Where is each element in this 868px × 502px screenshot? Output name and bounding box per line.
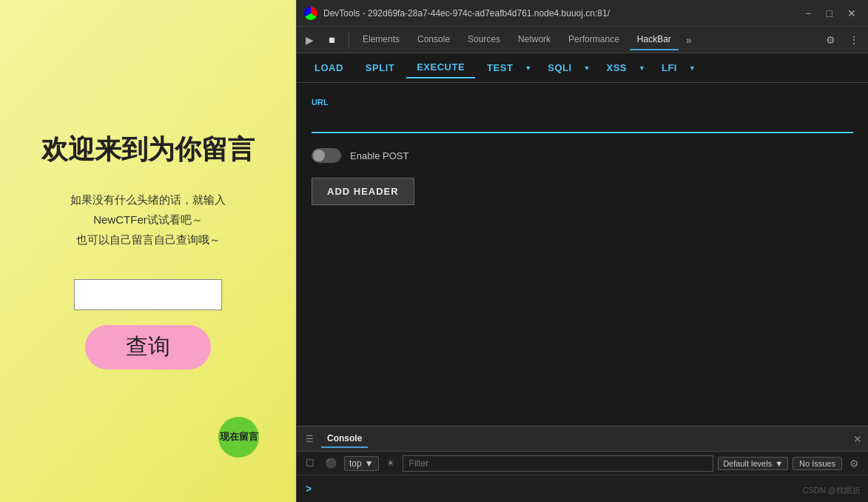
hackbar-split[interactable]: SPLIT [355,58,405,78]
more-options-icon[interactable]: ⋮ [844,31,864,49]
chrome-icon [304,7,317,20]
watermark: CSDN @枕眠折 [803,485,861,496]
console-settings-icon[interactable]: ⚙ [847,456,862,471]
search-input[interactable]: NewCTFer [74,279,222,310]
console-panel: ☰ Console ✕ ☐ ⚫ top ▼ ☀ Default levels ▼… [297,426,868,502]
hackbar-execute[interactable]: EXECUTE [406,57,475,78]
default-levels-dropdown[interactable]: Default levels ▼ [718,457,788,470]
eye-icon[interactable]: ☀ [383,456,398,470]
url-input[interactable]: http://292d69fa-28a7-44ec-974c-ad7eafb4d… [312,111,853,133]
tab-sources[interactable]: Sources [460,30,508,50]
hackbar-test[interactable]: TEST [477,58,523,78]
select-element-icon[interactable]: ▶ [301,31,318,49]
devtools-titlebar: DevTools - 292d69fa-28a7-44ec-974c-ad7ea… [297,0,868,27]
hackbar-sqli[interactable]: SQLI [537,58,582,78]
default-levels-arrow: ▼ [775,459,783,468]
hackbar-content: URL http://292d69fa-28a7-44ec-974c-ad7ea… [297,83,868,426]
block-requests-icon[interactable]: ⚫ [322,456,340,470]
default-levels-label: Default levels [723,459,772,468]
device-toolbar-icon[interactable]: ◽ [321,31,343,49]
hackbar-test-dropdown[interactable]: ▼ [525,60,536,76]
console-tab[interactable]: Console [321,430,368,448]
devtools-title: DevTools - 292d69fa-28a7-44ec-974c-ad7ea… [323,8,795,19]
hackbar-tabs: LOAD SPLIT EXECUTE TEST ▼ SQLI ▼ XSS ▼ L… [297,53,868,83]
hackbar-xss[interactable]: XSS [596,58,638,78]
hackbar-lfi-dropdown[interactable]: ▼ [689,60,700,76]
tab-hackbar[interactable]: HackBar [630,30,679,50]
close-button[interactable]: ✕ [843,6,861,21]
top-dropdown-arrow: ▼ [365,458,374,469]
tab-console[interactable]: Console [410,30,457,50]
page-subtitle: 如果没有什么头绪的话，就输入 NewCTFer试试看吧～ 也可以自己留言自己查询… [70,190,226,250]
devtools-main-toolbar: ▶ ◽ Elements Console Sources Network Per… [297,27,868,53]
console-toolbar: ☐ ⚫ top ▼ ☀ Default levels ▼ No Issues ⚙ [297,452,868,475]
hackbar-lfi[interactable]: LFI [651,58,687,78]
top-dropdown[interactable]: top ▼ [344,456,379,471]
enable-post-toggle[interactable] [312,148,341,163]
minimize-button[interactable]: − [801,6,815,21]
clear-console-icon[interactable]: ☐ [303,456,317,470]
more-tabs-button[interactable]: » [682,31,696,49]
url-label: URL [312,98,853,107]
tab-network[interactable]: Network [511,30,558,50]
filter-input[interactable] [403,455,714,472]
top-label: top [349,458,362,469]
console-drag-icon[interactable]: ☰ [303,432,317,446]
toolbar-separator [349,33,349,47]
hackbar-load[interactable]: LOAD [304,58,354,78]
maximize-button[interactable]: □ [822,6,837,21]
enable-post-row: Enable POST [312,148,853,163]
add-header-button[interactable]: ADD HEADER [312,178,414,205]
console-body: > [297,475,868,502]
console-prompt: > [306,483,312,495]
tab-performance[interactable]: Performance [561,30,627,50]
now-badge: 现在 留言 [218,417,259,458]
url-section: URL http://292d69fa-28a7-44ec-974c-ad7ea… [312,98,853,133]
console-header: ☰ Console ✕ [297,426,868,452]
settings-icon[interactable]: ⚙ [821,31,840,49]
toolbar-right-actions: ⚙ ⋮ [821,31,864,49]
web-panel: 欢迎来到为你留言 如果没有什么头绪的话，就输入 NewCTFer试试看吧～ 也可… [0,0,296,502]
hackbar-xss-dropdown[interactable]: ▼ [639,60,650,76]
query-button[interactable]: 查询 [85,325,211,369]
console-close-button[interactable]: ✕ [853,433,862,445]
devtools-panel: DevTools - 292d69fa-28a7-44ec-974c-ad7ea… [296,0,868,502]
enable-post-label: Enable POST [350,150,409,161]
toggle-knob [313,150,325,161]
no-issues-button[interactable]: No Issues [793,457,842,470]
hackbar-sqli-dropdown[interactable]: ▼ [584,60,595,76]
page-title: 欢迎来到为你留言 [41,133,255,167]
tab-elements[interactable]: Elements [355,30,407,50]
